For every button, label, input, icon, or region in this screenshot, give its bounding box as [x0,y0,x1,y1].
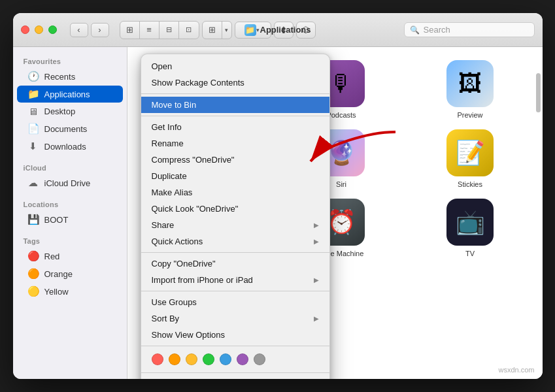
cm-copy-onedrive[interactable]: Copy "OneDrive" [141,255,329,272]
cm-compress-label: Compress "OneDrive" [152,155,235,165]
cm-get-info[interactable]: Get Info [141,119,329,135]
nav-buttons: ‹ › [70,23,109,37]
forward-button[interactable]: › [91,23,109,37]
cm-rename-label: Rename [152,139,184,148]
tags-header: Tags [13,233,127,247]
cm-open[interactable]: Open [141,58,329,74]
cm-move-to-bin[interactable]: Move to Bin [141,97,329,113]
sidebar-item-applications[interactable]: 📁 Applications [17,86,123,103]
cm-show-package-contents[interactable]: Show Package Contents [141,74,329,91]
cm-sort-by[interactable]: Sort By [141,310,329,327]
cm-divider-2 [141,116,329,116]
tag-red-icon: 🔴 [27,250,39,262]
traffic-lights [21,25,57,34]
cm-make-alias-label: Make Alias [152,188,193,197]
recents-label: Recents [44,72,76,82]
sidebar-section-tags: Tags 🔴 Red 🟠 Orange 🟡 Yellow [13,233,127,300]
sidebar-item-desktop[interactable]: 🖥 Desktop [17,103,123,120]
gallery-view-button[interactable]: ⊡ [179,22,199,39]
tag-dot-orange[interactable] [169,353,180,365]
window-title: Applications [260,25,311,35]
sidebar-item-documents[interactable]: 📄 Documents [17,120,123,137]
cm-duplicate-label: Duplicate [152,171,187,181]
cm-show-view-options[interactable]: Show View Options [141,327,329,343]
cm-open-label: Open [152,61,173,71]
cm-use-groups[interactable]: Use Groups [141,294,329,310]
cm-quick-look[interactable]: Quick Look "OneDrive" [141,201,329,217]
cm-view-options-label: Show View Options [152,330,226,340]
tag-dot-green[interactable] [203,353,214,365]
app-tv[interactable]: 📺 TV [411,199,530,257]
tag-dot-purple[interactable] [237,353,248,365]
cm-divider-5 [141,346,329,346]
group-arrow-icon: ▾ [222,22,231,39]
maximize-button[interactable] [48,25,57,34]
sidebar-item-tag-red[interactable]: 🔴 Red [17,248,123,265]
search-bar[interactable]: 🔍 Search [404,22,535,37]
icon-view-button[interactable]: ⊞ [120,22,140,39]
view-mode-group: ⊞ ≡ ⊟ ⊡ [120,21,199,39]
downloads-icon: ⬇ [27,140,39,152]
boot-label: BOOT [44,215,69,225]
scrollbar-track[interactable] [536,60,541,366]
desktop-icon: 🖥 [27,106,39,117]
tag-dot-blue[interactable] [220,353,231,365]
stickies-label: Stickies [458,180,482,188]
chevron-right-icon: › [98,25,101,35]
cm-tags[interactable]: Tags… [141,376,329,379]
cm-rename[interactable]: Rename [141,135,329,152]
sidebar-section-favourites: Favourites 🕐 Recents 📁 Applications 🖥 De… [13,54,127,155]
icloud-header: iCloud [13,160,127,174]
window-title-group: 📁 Applications [244,24,311,36]
sidebar-item-downloads[interactable]: ⬇ Downloads [17,138,123,155]
sidebar-item-icloud-drive[interactable]: ☁ iCloud Drive [17,174,123,191]
app-preview[interactable]: 🖼 Preview [411,60,530,119]
sidebar-item-boot[interactable]: 💾 BOOT [17,211,123,228]
tag-dot-red[interactable] [152,353,163,365]
tag-dot-yellow[interactable] [186,353,197,365]
search-icon: 🔍 [410,25,420,35]
list-view-button[interactable]: ≡ [140,22,160,39]
sidebar-section-icloud: iCloud ☁ iCloud Drive [13,160,127,191]
close-button[interactable] [21,25,29,34]
back-button[interactable]: ‹ [70,23,88,37]
cm-copy-label: Copy "OneDrive" [152,259,216,269]
documents-icon: 📄 [27,123,39,135]
favourites-header: Favourites [13,54,127,67]
cm-duplicate[interactable]: Duplicate [141,168,329,184]
context-menu: Open Show Package Contents Move to Bin G… [141,54,330,379]
sidebar-item-recents[interactable]: 🕐 Recents [17,68,123,85]
minimize-button[interactable] [35,25,43,34]
desktop-label: Desktop [44,106,76,116]
chevron-left-icon: ‹ [77,25,80,35]
cm-make-alias[interactable]: Make Alias [141,184,329,201]
watermark: wsxdn.com [498,366,534,374]
locations-header: Locations [13,197,127,210]
preview-label: Preview [457,111,482,119]
cm-compress[interactable]: Compress "OneDrive" [141,152,329,168]
sidebar-item-tag-orange[interactable]: 🟠 Orange [17,265,123,282]
cm-sort-by-label: Sort By [152,314,180,323]
cm-divider-4 [141,291,329,291]
tag-orange-icon: 🟠 [27,268,39,280]
cm-get-info-label: Get Info [152,122,182,132]
scrollbar-thumb[interactable] [536,73,541,112]
group-by-button[interactable]: ⊞ ▾ [202,21,232,39]
cm-share[interactable]: Share [141,217,329,233]
tag-orange-label: Orange [44,269,73,279]
tag-dot-gray[interactable] [254,353,265,365]
sidebar-item-tag-yellow[interactable]: 🟡 Yellow [17,283,123,300]
app-stickies[interactable]: 📝 Stickies [411,129,530,188]
column-view-button[interactable]: ⊟ [160,22,179,39]
icloud-icon: ☁ [27,177,39,189]
folder-icon: 📁 [245,25,255,35]
cm-quick-look-label: Quick Look "OneDrive" [152,204,239,214]
file-area: 🌸 Photos 🎙 Podcasts 🖼 Preview 🧭 Safari 🔮 [127,47,543,379]
cm-import-iphone[interactable]: Import from iPhone or iPad [141,272,329,288]
cm-quick-actions-label: Quick Actions [152,237,203,246]
cm-move-to-bin-label: Move to Bin [152,100,197,110]
cm-quick-actions[interactable]: Quick Actions [141,233,329,250]
title-bar: ‹ › ⊞ ≡ ⊟ ⊡ ⊞ ▾ ⚙ ▾ ⬆ [13,13,543,47]
cm-divider-1 [141,93,329,94]
finder-window: ‹ › ⊞ ≡ ⊟ ⊡ ⊞ ▾ ⚙ ▾ ⬆ [13,13,543,379]
